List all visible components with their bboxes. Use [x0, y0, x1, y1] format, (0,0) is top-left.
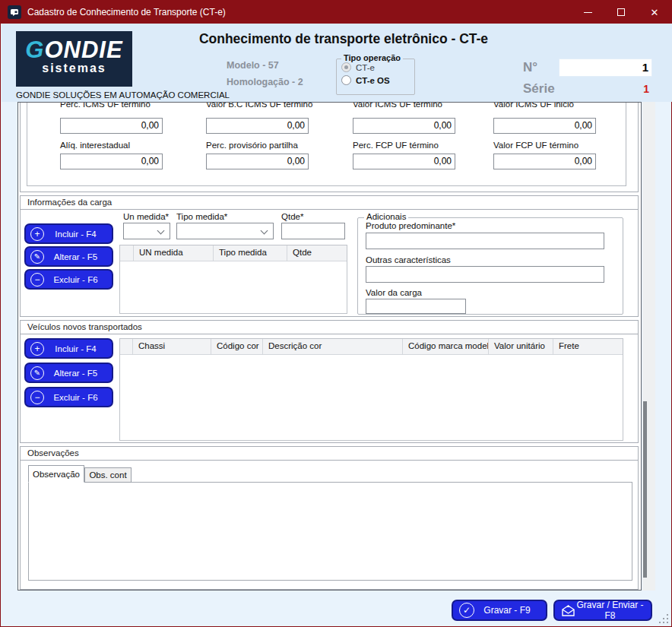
veiculos-table[interactable]: Chassi Código cor Descrição cor Código m… [119, 338, 623, 441]
plus-circle-icon: + [30, 342, 44, 356]
tab-obs-cont[interactable]: Obs. cont [84, 467, 132, 483]
numero-input[interactable]: 1 [559, 59, 652, 77]
maximize-icon [617, 8, 625, 16]
valor-bc-icms-uf-termino-input[interactable]: 0,00 [206, 118, 309, 134]
outras-caracteristicas-input[interactable] [366, 266, 604, 283]
tipo-operacao-groupbox: Tipo operação CT-e CT-e OS [336, 59, 415, 95]
col-un-medida: UN medida [134, 245, 214, 261]
col-tipo-medida: Tipo medida [214, 245, 287, 261]
produto-predominante-input[interactable] [366, 233, 604, 249]
app-icon [8, 5, 21, 19]
serie-label: Série [523, 81, 555, 97]
col-descricao-cor: Descrição cor [263, 339, 403, 354]
window-title: Cadastro de Conhecimento de Transporte (… [27, 7, 226, 17]
field-label: Perc. provisório partilha [206, 141, 298, 150]
adicionais-groupbox: Adicionais Produto predominante* Outras … [357, 217, 623, 315]
field-label: Valor ICMS UF inicio [493, 103, 574, 109]
plus-circle-icon: + [30, 227, 44, 241]
adicionais-caption: Adicionais [364, 212, 408, 221]
carga-incluir-button[interactable]: + Incluir - F4 [24, 223, 113, 244]
homologacao-label: Homologação - 2 [227, 77, 303, 87]
field-label: Valor FCP UF término [493, 141, 578, 150]
qtde-label: Qtde* [281, 212, 303, 221]
maximize-button[interactable] [604, 1, 638, 24]
logo-brand-text: GONDIE [16, 39, 132, 62]
tab-observacao[interactable]: Observação [28, 465, 84, 483]
aliq-interestadual-input[interactable]: 0,00 [60, 154, 163, 169]
numero-label: N° [523, 60, 537, 75]
observacoes-caption: Observações [21, 447, 638, 461]
radio-cte-label: CT-e [356, 63, 375, 72]
observacao-textarea[interactable] [28, 482, 632, 581]
valor-da-carga-input[interactable] [366, 299, 466, 314]
resize-grip[interactable] [658, 613, 668, 623]
veiculos-caption: Veículos novos transportados [21, 321, 638, 334]
modelo-label: Modelo - 57 [227, 60, 279, 71]
minimize-button[interactable] [571, 1, 604, 24]
radio-cte-os[interactable]: CT-e OS [341, 75, 414, 85]
un-medida-select[interactable] [123, 223, 170, 239]
main-panel: Perc. ICMS UF termino Valor B.C ICMS UF … [17, 102, 642, 591]
col-chassi: Chassi [133, 339, 211, 354]
minus-circle-icon: − [30, 273, 44, 287]
tipo-operacao-caption: Tipo operação [341, 53, 403, 62]
main-scrollbar-track[interactable] [642, 102, 655, 591]
carga-caption: Informações da carga [21, 196, 638, 210]
col-codigo-cor: Código cor [211, 339, 263, 354]
valor-icms-uf-termino-input[interactable]: 0,00 [353, 118, 455, 134]
field-label: Valor ICMS UF termino [353, 103, 442, 109]
serie-input[interactable]: 1 [559, 83, 652, 95]
minimize-icon [584, 12, 592, 13]
gravar-enviar-button[interactable]: Gravar / Enviar - F8 [553, 600, 652, 621]
header: GONDIE sistemas GONDIE SOLUÇÕES EM AUTOM… [2, 24, 672, 102]
close-icon: ✕ [651, 7, 659, 18]
icms-section: Perc. ICMS UF termino Valor B.C ICMS UF … [20, 103, 639, 192]
check-circle-icon: ✓ [459, 603, 474, 618]
tipo-medida-select[interactable] [176, 223, 274, 239]
produto-predominante-label: Produto predominante* [366, 221, 455, 230]
close-button[interactable]: ✕ [638, 1, 671, 24]
carga-excluir-button[interactable]: − Excluir - F6 [24, 269, 113, 290]
perc-icms-uf-termino-input[interactable]: 0,00 [60, 118, 163, 134]
field-label: Perc. ICMS UF termino [60, 103, 151, 109]
qtde-input[interactable] [281, 223, 345, 239]
tipo-medida-label: Tipo medida* [176, 212, 227, 221]
veiculos-excluir-button[interactable]: − Excluir - F6 [24, 387, 113, 407]
un-medida-label: Un medida* [123, 212, 169, 221]
veiculos-alterar-button[interactable]: ✎ Alterar - F5 [24, 363, 113, 383]
valor-fcp-uf-termino-input[interactable]: 0,00 [493, 154, 596, 169]
radio-cte-os-label: CT-e OS [356, 76, 390, 85]
gravar-button[interactable]: ✓ Gravar - F9 [452, 600, 547, 621]
field-label: Perc. FCP UF término [353, 141, 439, 150]
main-scrollbar-thumb[interactable] [643, 401, 647, 578]
carga-alterar-button[interactable]: ✎ Alterar - F5 [24, 246, 113, 267]
perc-provisorio-partilha-input[interactable]: 0,00 [206, 154, 309, 169]
radio-cte-icon[interactable] [341, 62, 351, 72]
observacoes-section: Observações Observação Obs. cont [20, 446, 639, 590]
radio-cte-os-icon[interactable] [341, 75, 351, 85]
field-label: Valor B.C ICMS UF termino [206, 103, 312, 109]
col-frete: Frete [553, 339, 623, 354]
radio-cte[interactable]: CT-e [341, 62, 414, 72]
col-qtde: Qtde [287, 245, 347, 261]
veiculos-incluir-button[interactable]: + Incluir - F4 [24, 338, 113, 359]
outras-caracteristicas-label: Outras características [366, 255, 451, 264]
row-selector-column [120, 245, 134, 261]
carga-table-header: UN medida Tipo medida Qtde [120, 245, 347, 261]
perc-fcp-uf-termino-input[interactable]: 0,00 [353, 154, 455, 169]
logo-subtitle: sistemas [16, 62, 132, 75]
valor-da-carga-label: Valor da carga [366, 288, 422, 297]
send-envelope-icon [561, 604, 575, 617]
pencil-circle-icon: ✎ [30, 250, 44, 264]
minus-circle-icon: − [30, 391, 44, 404]
pencil-circle-icon: ✎ [30, 366, 44, 380]
page-title: Conhecimento de transporte eletrônico - … [138, 31, 549, 47]
veiculos-section: Veículos novos transportados + Incluir -… [20, 320, 639, 443]
carga-section: Informações da carga + Incluir - F4 ✎ Al… [20, 195, 639, 317]
field-label: Alíq. interestadual [60, 141, 130, 150]
chat-document-icon [10, 8, 19, 17]
veiculos-table-header: Chassi Código cor Descrição cor Código m… [120, 339, 623, 355]
carga-table[interactable]: UN medida Tipo medida Qtde [119, 245, 347, 314]
valor-icms-uf-inicio-input[interactable]: 0,00 [493, 118, 596, 134]
gondie-logo: GONDIE sistemas [16, 31, 132, 87]
